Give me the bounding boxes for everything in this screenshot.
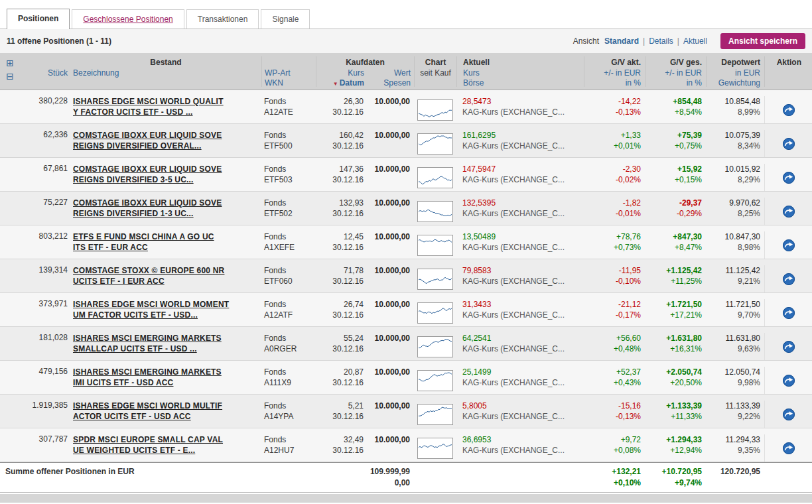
position-name-link[interactable]: ISHARES EDGE MSCI WORLD MULTIF ACTOR UCI… — [73, 401, 261, 422]
col-kurs[interactable]: Kurs — [348, 68, 364, 78]
position-name-link[interactable]: COMSTAGE IBOXX EUR LIQUID SOVE REIGNS DI… — [73, 130, 261, 151]
col-gewichtung[interactable]: Gewichtung — [718, 78, 760, 88]
gv-akt-pct-value: +0,08% — [584, 445, 641, 456]
gv-akt-eur-value: +9,72 — [584, 434, 641, 445]
sparkline-chart[interactable] — [417, 235, 453, 256]
trade-action-button[interactable] — [782, 239, 795, 252]
spesen-value — [366, 411, 410, 422]
wp-art-value: Fonds — [264, 333, 316, 344]
wkn-value: A12ATF — [264, 310, 316, 320]
position-name-link[interactable]: ISHARES MSCI EMERGING MARKETS IMI UCITS … — [73, 367, 261, 388]
view-separator: | — [677, 36, 679, 46]
wp-art-value: Fonds — [264, 96, 316, 107]
gv-ges-eur-value: +1.631,80 — [645, 333, 702, 344]
trade-action-button[interactable] — [782, 340, 795, 353]
gv-ges-eur-value: +15,92 — [645, 164, 702, 174]
gv-ges-pct-value: +12,94% — [645, 445, 702, 456]
shares-quantity: 1.919,385 — [23, 401, 70, 428]
trade-action-button[interactable] — [782, 374, 795, 387]
sparkline-chart[interactable] — [417, 302, 453, 324]
position-name-line2: ACTOR UCITS ETF - USD ACC — [73, 411, 261, 422]
trade-action-button[interactable] — [782, 442, 795, 455]
sparkline-chart[interactable] — [417, 201, 453, 222]
col-gv-akt-pct[interactable]: in % — [626, 78, 641, 88]
wp-art-value: Fonds — [264, 265, 316, 276]
table-row: 62,336 COMSTAGE IBOXX EUR LIQUID SOVE RE… — [0, 124, 812, 158]
position-name-link[interactable]: ETFS E FUND MSCI CHINA A GO UC ITS ETF -… — [73, 231, 261, 253]
trade-action-button[interactable] — [782, 273, 795, 286]
col-gv-ges-eur[interactable]: +/- in EUR — [665, 68, 702, 78]
position-name-link[interactable]: ISHARES EDGE MSCI WORLD QUALIT Y FACTOR … — [73, 96, 261, 117]
position-name-link[interactable]: SPDR MSCI EUROPE SMALL CAP VAL UE WEIGHT… — [73, 434, 261, 456]
gv-akt-eur-value: -2,30 — [584, 164, 641, 174]
depot-value: 11.631,80 — [706, 333, 760, 344]
buy-value: 10.000,00 — [366, 198, 410, 208]
exchange-value: KAG-Kurs (EXCHANGE_C... — [462, 174, 584, 185]
buy-date-value: 30.12.16 — [316, 174, 364, 185]
position-name-link[interactable]: COMSTAGE IBOXX EUR LIQUID SOVE REIGNS DI… — [73, 164, 261, 185]
sum-spesen: 0,00 — [316, 477, 410, 489]
trade-action-button[interactable] — [782, 137, 795, 151]
save-view-button[interactable]: Ansicht speichern — [720, 33, 805, 49]
col-bezeichnung[interactable]: Bezeichnung — [73, 68, 119, 78]
tab-signale[interactable]: Signale — [261, 9, 310, 29]
sparkline-chart[interactable] — [417, 269, 453, 290]
table-row: 479,156 ISHARES MSCI EMERGING MARKETS IM… — [0, 361, 812, 395]
sparkline-chart[interactable] — [417, 336, 453, 357]
position-name-link[interactable]: ISHARES EDGE MSCI WORLD MOMENT UM FACTOR… — [73, 299, 261, 320]
col-datum[interactable]: Datum — [340, 78, 364, 88]
col-boerse[interactable]: Börse — [463, 78, 484, 88]
sparkline-chart[interactable] — [417, 404, 453, 425]
position-name-link[interactable]: ISHARES MSCI EMERGING MARKETS SMALLCAP U… — [73, 333, 261, 354]
sparkline-chart[interactable] — [417, 99, 453, 121]
col-wp-art[interactable]: WP-Art — [265, 68, 291, 78]
trade-action-button[interactable] — [782, 205, 795, 218]
view-standard-link[interactable]: Standard — [604, 36, 639, 46]
position-name-link[interactable]: COMSTAGE IBOXX EUR LIQUID SOVE REIGNS DI… — [73, 198, 261, 219]
tab-transaktionen[interactable]: Transaktionen — [186, 9, 259, 29]
tab-positionen[interactable]: Positionen — [7, 9, 70, 29]
view-aktuell-link[interactable]: Aktuell — [683, 36, 707, 46]
weighting-value: 9,63% — [706, 344, 760, 354]
trade-action-button[interactable] — [782, 306, 795, 320]
buy-date-value: 30.12.16 — [316, 107, 364, 117]
col-in-eur[interactable]: in EUR — [735, 68, 760, 78]
trade-action-button[interactable] — [782, 171, 795, 184]
wkn-value: A12ATE — [264, 107, 316, 117]
col-kurs-aktuell[interactable]: Kurs — [463, 68, 480, 78]
sparkline-chart[interactable] — [417, 438, 453, 459]
col-spesen[interactable]: Spesen — [383, 78, 411, 88]
sort-desc-icon: ▼ — [333, 81, 338, 87]
buy-date-value: 30.12.16 — [316, 276, 364, 286]
view-details-link[interactable]: Details — [649, 36, 673, 46]
expand-all-icon[interactable]: ⊞ — [5, 58, 15, 69]
buy-date-value: 30.12.16 — [316, 445, 364, 456]
sparkline-chart[interactable] — [417, 133, 453, 155]
sum-wert: 109.999,99 — [316, 466, 410, 477]
sparkline-chart[interactable] — [417, 167, 453, 188]
wkn-value: A111X9 — [264, 377, 316, 388]
exchange-value: KAG-Kurs (EXCHANGE_C... — [462, 107, 584, 117]
table-header: ⊞ ⊟ Bestand Stück Bezeichnung WP-Art WKN… — [0, 53, 812, 90]
trade-action-button[interactable] — [782, 408, 795, 421]
col-wert[interactable]: Wert — [394, 68, 411, 78]
sparkline-chart[interactable] — [417, 370, 453, 391]
current-price-value: 161,6295 — [462, 130, 584, 141]
depot-value: 9.970,62 — [706, 198, 760, 208]
gv-akt-eur-value: +1,33 — [584, 130, 641, 141]
tab-geschlossene-positionen[interactable]: Geschlossene Positionen — [72, 9, 184, 29]
col-stueck[interactable]: Stück — [48, 68, 68, 78]
buy-value: 10.000,00 — [366, 96, 410, 107]
gv-akt-pct-value: -0,13% — [584, 411, 641, 422]
col-gv-ges-pct[interactable]: in % — [687, 78, 702, 88]
col-group-aktion: Aktion — [765, 56, 812, 68]
collapse-all-icon[interactable]: ⊟ — [5, 72, 15, 82]
col-wkn[interactable]: WKN — [265, 78, 283, 88]
position-name-link[interactable]: COMSTAGE STOXX © EUROPE 600 NR UCITS ETF… — [73, 265, 261, 286]
trade-action-button[interactable] — [782, 103, 795, 117]
gv-ges-eur-value: +1.133,39 — [645, 401, 702, 411]
exchange-value: KAG-Kurs (EXCHANGE_C... — [462, 242, 584, 253]
bottom-scrollbar-strip[interactable] — [0, 494, 812, 503]
spesen-value — [366, 208, 410, 219]
col-gv-akt-eur[interactable]: +/- in EUR — [604, 68, 641, 78]
